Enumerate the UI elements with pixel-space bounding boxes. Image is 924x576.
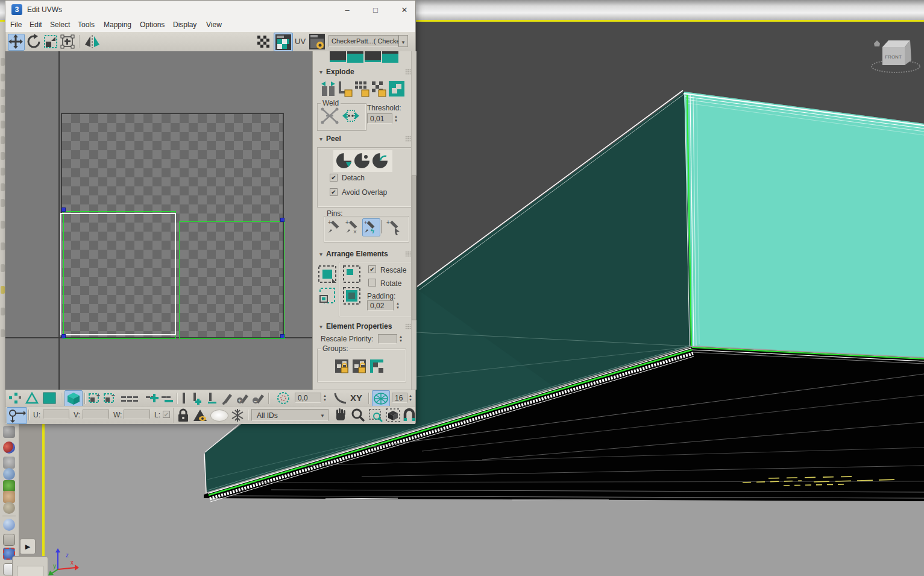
- v-field[interactable]: [83, 410, 109, 419]
- menu-view[interactable]: View: [206, 21, 222, 29]
- lock-selection-button[interactable]: [177, 408, 190, 423]
- toolbar-icon[interactable]: [1, 121, 5, 128]
- pack-custom-button[interactable]: [342, 264, 362, 285]
- stitch-icon[interactable]: [347, 51, 363, 63]
- peel-mode-button[interactable]: [354, 153, 370, 169]
- transform-gizmo-button[interactable]: [7, 407, 27, 424]
- title-bar[interactable]: 3 Edit UVWs – □ ✕: [5, 1, 415, 19]
- corner-handle[interactable]: [280, 334, 284, 338]
- filter-selected-faces-button[interactable]: [191, 408, 209, 423]
- target-weld-button[interactable]: [341, 107, 360, 125]
- pin-multi-button[interactable]: +×: [344, 218, 361, 235]
- ring-grow-button[interactable]: [191, 391, 206, 405]
- toolbar-icon[interactable]: [1, 136, 5, 144]
- rollout-header-peel[interactable]: ▾ Peel: [315, 133, 415, 145]
- stitch-icon[interactable]: [382, 51, 398, 63]
- minimize-button[interactable]: –: [339, 4, 356, 16]
- vertex-mode-button[interactable]: [8, 391, 22, 405]
- toolbar-icon[interactable]: [1, 168, 5, 176]
- show-hidden-button[interactable]: [210, 410, 228, 422]
- edge-mode-button[interactable]: [25, 391, 39, 405]
- rollout-header-element-properties[interactable]: ▾ Element Properties: [315, 320, 415, 332]
- expand-panel-button[interactable]: ▶: [20, 539, 36, 554]
- grid-size-spinner[interactable]: 16: [392, 393, 407, 403]
- move-button[interactable]: [8, 34, 25, 51]
- zoom-extents-button[interactable]: [385, 408, 401, 423]
- zoom-button[interactable]: [350, 408, 366, 423]
- pin-quick-button-active[interactable]: +ϟ: [362, 218, 380, 236]
- menu-display[interactable]: Display: [173, 21, 196, 29]
- explode-elements-button[interactable]: [388, 80, 405, 97]
- edge-ring-button[interactable]: [180, 391, 187, 405]
- avoid-overlap-checkbox[interactable]: ✔: [330, 188, 338, 196]
- rollout-header-explode[interactable]: ▾ Explode: [315, 66, 415, 78]
- explode-edges-button[interactable]: [337, 80, 353, 97]
- explode-checker-button[interactable]: [371, 80, 387, 97]
- stitch-icon[interactable]: [330, 51, 346, 62]
- detach-checkbox[interactable]: ✔: [330, 174, 338, 182]
- group-unlock-button[interactable]: [351, 358, 368, 375]
- toolbar-icon[interactable]: [1, 89, 5, 97]
- select-edge-loop-button[interactable]: [120, 391, 145, 405]
- hand-icon[interactable]: [3, 491, 15, 503]
- menu-options[interactable]: Options: [140, 21, 165, 29]
- quick-peel-button[interactable]: [336, 153, 352, 169]
- w-field[interactable]: [124, 410, 150, 419]
- toolbar-icon[interactable]: [1, 105, 5, 113]
- selected-uv-element-right[interactable]: [179, 221, 285, 339]
- snap-button[interactable]: [402, 408, 416, 423]
- corner-handle[interactable]: [61, 334, 66, 338]
- soft-selection-arrows[interactable]: ▲▼: [323, 393, 327, 403]
- stitch-icon[interactable]: [365, 51, 381, 62]
- toolbar-icon[interactable]: [1, 329, 5, 337]
- drag-grip-icon[interactable]: [405, 69, 411, 75]
- gizmo-rectangle[interactable]: [60, 213, 176, 335]
- paint-select-shrink-button[interactable]: –: [251, 391, 265, 405]
- spheres-icon[interactable]: [3, 441, 15, 454]
- rescale-priority-field[interactable]: [378, 334, 397, 344]
- sphere-icon[interactable]: [3, 468, 15, 480]
- grow-selection-button[interactable]: +: [88, 391, 102, 405]
- grow-loop-button[interactable]: [145, 391, 160, 405]
- zoom-region-button[interactable]: [368, 408, 384, 423]
- explode-faces-button[interactable]: [354, 80, 370, 97]
- threshold-spinner-arrows[interactable]: ▲▼: [394, 113, 398, 124]
- drag-grip-icon[interactable]: [405, 323, 411, 329]
- corner-handle[interactable]: [280, 218, 284, 222]
- toolbar-icon[interactable]: [1, 199, 5, 207]
- plant-icon[interactable]: [3, 480, 15, 492]
- face-mode-button[interactable]: [42, 391, 57, 405]
- toolbar-icon[interactable]: [1, 183, 5, 191]
- mirror-button[interactable]: [83, 34, 102, 49]
- pattern-tile-button[interactable]: [256, 34, 272, 49]
- rotate-checkbox[interactable]: [368, 279, 376, 286]
- toolbar-icon[interactable]: [1, 152, 5, 160]
- close-button[interactable]: ✕: [396, 4, 413, 16]
- railing-icon[interactable]: [3, 534, 15, 546]
- texture-dropdown[interactable]: CheckerPatt...( Checker ): [328, 35, 398, 47]
- show-map-button[interactable]: [274, 33, 293, 52]
- menu-mapping[interactable]: Mapping: [104, 21, 131, 29]
- falloff-curve-button[interactable]: [333, 391, 348, 405]
- u-field[interactable]: [43, 410, 69, 419]
- menu-file[interactable]: File: [10, 21, 22, 29]
- floating-panel-corner[interactable]: [12, 556, 48, 576]
- rescale-checkbox[interactable]: ✔: [368, 265, 376, 273]
- tiles-icon[interactable]: [3, 426, 15, 438]
- rescale-elements-button[interactable]: [316, 286, 338, 306]
- menu-tools[interactable]: Tools: [78, 21, 95, 29]
- drag-grip-icon[interactable]: [405, 136, 411, 142]
- material-id-dropdown[interactable]: All IDs ▼: [251, 409, 328, 421]
- paint-select-grow-button[interactable]: +: [236, 391, 250, 405]
- paint-select-button[interactable]: [221, 391, 234, 405]
- toolbar-icon[interactable]: [1, 264, 5, 272]
- padding-spinner-arrows[interactable]: ▲▼: [396, 300, 400, 311]
- texture-dropdown-arrow-button[interactable]: ▼: [398, 35, 408, 47]
- menu-select[interactable]: Select: [50, 21, 70, 29]
- menu-edit[interactable]: Edit: [30, 21, 42, 29]
- material-sphere-icon[interactable]: [3, 519, 15, 531]
- corner-handle[interactable]: [61, 207, 66, 212]
- break-button[interactable]: [320, 80, 336, 97]
- freeze-button[interactable]: [230, 408, 245, 423]
- shrink-selection-button[interactable]: –: [103, 391, 118, 405]
